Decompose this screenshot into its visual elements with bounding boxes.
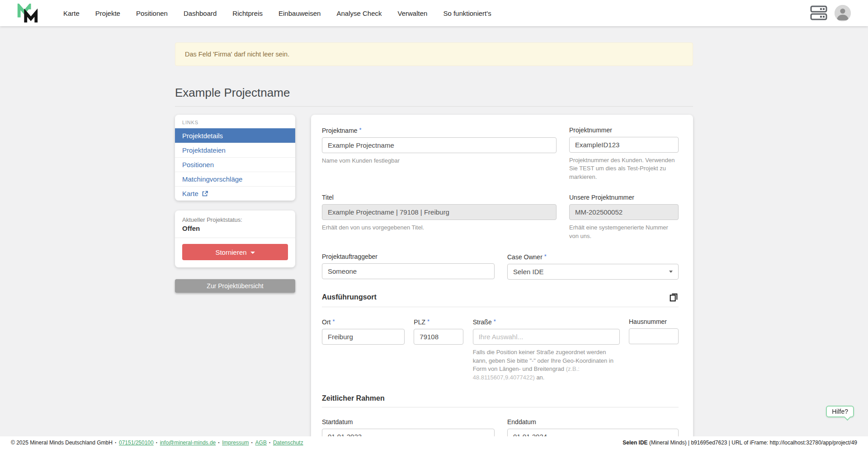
- footer-link-email[interactable]: info@mineral-minds.de: [160, 440, 216, 446]
- nav-item-dashboard[interactable]: Dashboard: [184, 9, 217, 17]
- strasse-helper: Falls die Position keiner Straße zugeord…: [473, 348, 620, 382]
- projektname-helper: Name vom Kunden festlegbar: [322, 157, 557, 165]
- footer-separator: ·: [156, 440, 158, 446]
- footer-copyright: © 2025 Mineral Minds Deutschland GmbH: [11, 440, 113, 446]
- nav-item-karte[interactable]: Karte: [63, 9, 80, 17]
- footer-session-info: Selen IDE (Mineral Minds) | b91695ed7623…: [623, 440, 857, 446]
- sidebar-item-label: Projektdetails: [182, 132, 223, 140]
- ort-input[interactable]: [322, 329, 405, 345]
- status-divider: [175, 238, 295, 238]
- navbar-actions: [810, 5, 851, 21]
- startdatum-input[interactable]: [322, 429, 495, 436]
- required-asterisk: *: [544, 253, 547, 260]
- required-asterisk: *: [359, 126, 362, 133]
- section-title-zeitlicher-rahmen: Zeitlicher Rahmen: [322, 394, 385, 402]
- nav-item-projekte[interactable]: Projekte: [95, 9, 120, 17]
- footer-separator: ·: [269, 440, 271, 446]
- top-navbar: Karte Projekte Positionen Dashboard Rich…: [0, 0, 868, 26]
- sidebar-item-matchingvorschlaege[interactable]: Matchingvorschläge: [175, 172, 295, 186]
- unsere-projektnummer-input: [569, 204, 679, 220]
- required-asterisk: *: [427, 318, 429, 325]
- enddatum-label: Enddatum: [507, 418, 679, 426]
- hausnummer-label: Hausnummer: [629, 318, 679, 325]
- sidebar-item-karte[interactable]: Karte: [175, 186, 295, 201]
- footer-link-agb[interactable]: AGB: [255, 440, 267, 446]
- status-card: Aktueller Projektstatus: Offen Storniere…: [175, 210, 295, 267]
- strasse-input[interactable]: [473, 329, 620, 345]
- footer-separator: ·: [115, 440, 117, 446]
- footer-separator: ·: [251, 440, 253, 446]
- nav-item-einbauweisen[interactable]: Einbauweisen: [278, 9, 321, 17]
- section-divider: [322, 407, 679, 407]
- back-to-overview-button[interactable]: Zur Projektübersicht: [175, 279, 295, 293]
- session-owner: Selen IDE: [623, 440, 647, 446]
- footer-left: © 2025 Mineral Minds Deutschland GmbH · …: [11, 440, 303, 446]
- nav-item-analyse-check[interactable]: Analyse Check: [336, 9, 382, 17]
- plz-label: PLZ*: [414, 318, 463, 326]
- projektname-label: Projektname*: [322, 126, 557, 134]
- enddatum-input[interactable]: [507, 429, 679, 436]
- caret-down-icon: [250, 252, 255, 254]
- plz-input[interactable]: [414, 329, 463, 345]
- footer-link-phone[interactable]: 07151/250100: [119, 440, 154, 446]
- status-label: Aktueller Projektstatus:: [182, 216, 288, 223]
- footer: © 2025 Mineral Minds Deutschland GmbH · …: [0, 436, 868, 449]
- unsere-projektnummer-label: Unsere Projektnummer: [569, 194, 679, 201]
- select-caret-icon: [669, 271, 673, 273]
- mineral-minds-logo[interactable]: [17, 4, 39, 23]
- sidebar-item-projektdetails[interactable]: Projektdetails: [175, 128, 295, 143]
- sidebar-item-label: Matchingvorschläge: [182, 175, 242, 183]
- nav-item-so-funktionierts[interactable]: So funktioniert's: [443, 9, 491, 17]
- required-asterisk: *: [332, 318, 335, 325]
- external-link-icon: [202, 191, 208, 196]
- footer-link-datenschutz[interactable]: Datenschutz: [273, 440, 303, 446]
- section-divider: [322, 307, 679, 307]
- copy-icon: [669, 292, 679, 302]
- sidebar-item-label: Projektdateien: [182, 146, 226, 154]
- mineral-minds-logo-icon: [17, 4, 39, 23]
- projektauftraggeber-label: Projektauftraggeber: [322, 253, 495, 260]
- strasse-label: Straße*: [473, 318, 620, 326]
- main-content: Das Feld 'Firma' darf nicht leer sein. E…: [0, 26, 868, 436]
- page-title: Example Projectname: [175, 86, 693, 100]
- main-navigation: Karte Projekte Positionen Dashboard Rich…: [63, 9, 810, 17]
- titel-helper: Erhält den von uns vorgegebenen Titel.: [322, 224, 557, 232]
- projektauftraggeber-input[interactable]: [322, 263, 495, 279]
- nav-item-verwalten[interactable]: Verwalten: [398, 9, 428, 17]
- ort-label: Ort*: [322, 318, 405, 326]
- case-owner-label: Case Owner*: [507, 253, 679, 261]
- user-avatar[interactable]: [835, 5, 851, 21]
- cancel-project-button[interactable]: Stornieren: [182, 244, 288, 260]
- server-stack-icon[interactable]: [810, 5, 828, 21]
- case-owner-selected-value: Selen IDE: [513, 268, 544, 276]
- projektnummer-helper: Projektnummer des Kunden. Verwenden Sie …: [569, 156, 679, 181]
- titel-label: Titel: [322, 194, 557, 201]
- status-value: Offen: [182, 224, 288, 232]
- projektnummer-input[interactable]: [569, 137, 679, 153]
- nav-item-positionen[interactable]: Positionen: [136, 9, 168, 17]
- footer-separator: ·: [218, 440, 220, 446]
- alert-message: Das Feld 'Firma' darf nicht leer sein.: [185, 51, 289, 58]
- footer-link-impressum[interactable]: Impressum: [222, 440, 249, 446]
- sidebar-item-positionen[interactable]: Positionen: [175, 157, 295, 172]
- unsere-projektnummer-helper: Erhält eine systemgenerierte Nummer von …: [569, 224, 679, 240]
- project-form-card: Projektname* Name vom Kunden festlegbar …: [311, 115, 693, 436]
- startdatum-label: Startdatum: [322, 418, 495, 426]
- nav-item-richtpreis[interactable]: Richtpreis: [232, 9, 263, 17]
- cancel-button-label: Stornieren: [215, 248, 246, 256]
- projektname-input[interactable]: [322, 137, 557, 153]
- hausnummer-input[interactable]: [629, 328, 679, 344]
- links-card: LINKS Projektdetails Projektdateien Posi…: [175, 115, 295, 201]
- required-asterisk: *: [494, 318, 496, 325]
- sidebar-item-projektdateien[interactable]: Projektdateien: [175, 143, 295, 157]
- session-details: (Mineral Minds) | b91695ed7623 | URL of …: [648, 440, 857, 446]
- avatar-icon: [835, 5, 851, 21]
- validation-alert: Das Feld 'Firma' darf nicht leer sein.: [175, 42, 693, 66]
- links-header: LINKS: [175, 115, 295, 128]
- sidebar-item-label: Positionen: [182, 161, 214, 168]
- case-owner-select[interactable]: Selen IDE: [507, 264, 679, 280]
- copy-address-button[interactable]: [669, 292, 679, 302]
- sidebar: LINKS Projektdetails Projektdateien Posi…: [175, 115, 295, 293]
- section-title-ausfuehrungsort: Ausführungsort: [322, 293, 377, 301]
- help-button[interactable]: Hilfe?: [826, 406, 854, 417]
